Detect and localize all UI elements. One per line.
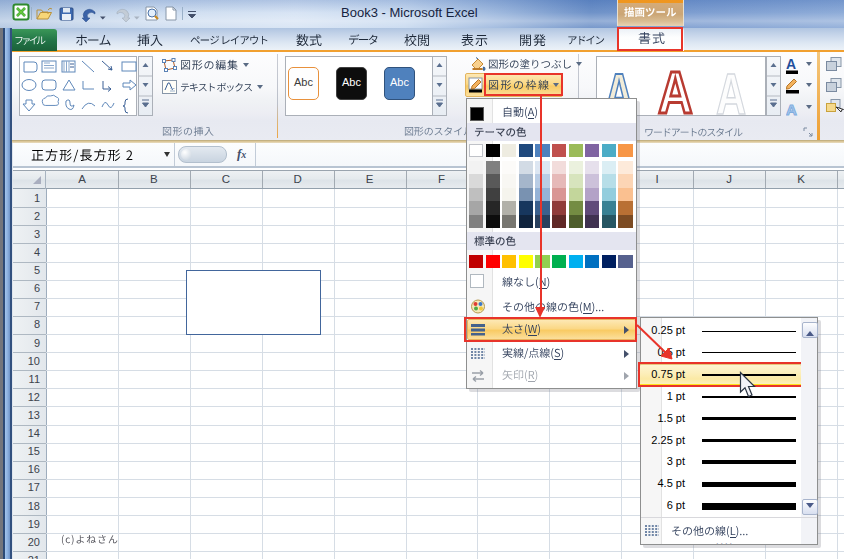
- svg-text:A: A: [786, 57, 796, 72]
- svg-text:A: A: [786, 101, 797, 118]
